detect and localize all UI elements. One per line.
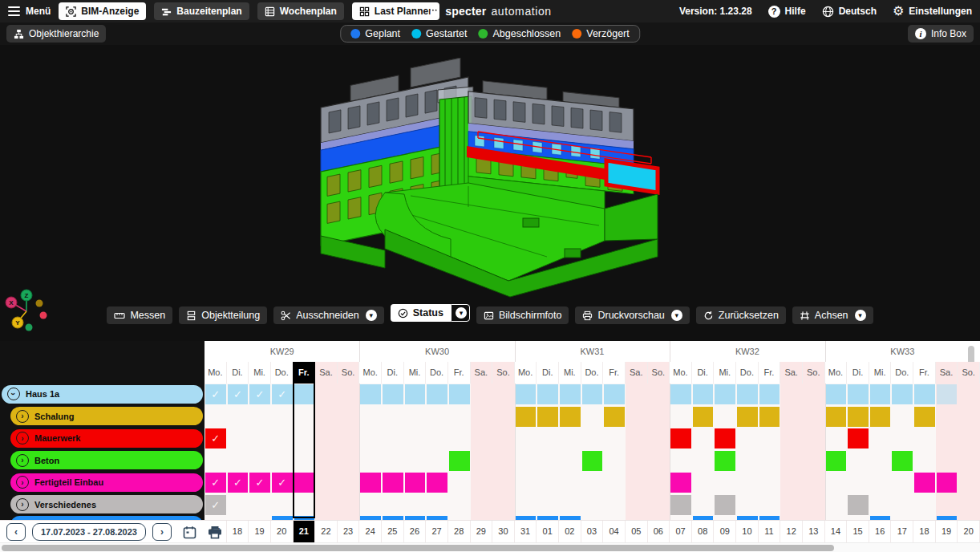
gantt-row-pill[interactable]: ›Fertigteil Einbau (10, 473, 203, 492)
messen-button[interactable]: Messen (107, 306, 172, 324)
prev-period-button[interactable]: ‹ (6, 523, 26, 541)
horizontal-scrollbar-thumb[interactable] (2, 545, 834, 551)
day-number[interactable]: 24 (359, 521, 382, 542)
expand-chevron-icon[interactable]: › (16, 410, 29, 423)
gantt-cell[interactable]: ✓ (249, 384, 270, 404)
expand-chevron-icon[interactable]: › (16, 476, 29, 489)
gantt-cell[interactable] (870, 407, 891, 427)
gantt-cell[interactable] (715, 495, 735, 515)
gantt-row-pill[interactable]: ›Mauerwerk (10, 429, 203, 448)
achsen-dropdown[interactable]: ▾ (855, 310, 866, 321)
gantt-cell[interactable] (383, 384, 403, 404)
gantt-cell[interactable] (937, 384, 958, 404)
gantt-cell[interactable] (737, 407, 758, 427)
gantt-cell[interactable] (449, 384, 470, 404)
gantt-cell[interactable] (826, 451, 847, 471)
3d-viewport[interactable]: Z X Y Messen Objektteilung Ausschn (0, 45, 980, 341)
gantt-cell[interactable] (427, 384, 447, 404)
tab-wochenplan[interactable]: Wochenplan (257, 2, 344, 20)
tab-last-planner[interactable]: Last Planner (352, 2, 439, 20)
gantt-cell[interactable] (892, 451, 913, 471)
gantt-cell[interactable] (516, 384, 537, 404)
settings-button[interactable]: ⚙ Einstellungen (893, 5, 972, 18)
day-number[interactable]: 18 (227, 521, 249, 542)
gantt-cell[interactable] (360, 384, 381, 404)
gantt-cell[interactable]: ✓ (228, 473, 249, 493)
day-number[interactable]: 14 (825, 521, 848, 542)
day-number[interactable]: 06 (648, 521, 670, 542)
gantt-cell[interactable] (715, 451, 735, 471)
object-hierarchy-button[interactable]: Objekthierarchie (6, 25, 106, 43)
gantt-cell[interactable] (848, 407, 869, 427)
day-number[interactable]: 26 (404, 521, 427, 542)
zuruecksetzen-button[interactable]: Zurücksetzen (696, 306, 786, 324)
gantt-cell[interactable]: ✓ (205, 495, 226, 515)
druckvorschau-dropdown[interactable]: ▾ (671, 310, 682, 321)
day-number[interactable]: 29 (471, 521, 493, 542)
gantt-cell[interactable] (604, 407, 625, 427)
gantt-cell[interactable]: ✓ (205, 473, 226, 493)
gantt-cell[interactable]: ✓ (205, 428, 226, 448)
gantt-cell[interactable] (604, 384, 625, 404)
day-number[interactable]: 31 (515, 521, 537, 542)
date-range-field[interactable]: 17.07.2023 - 27.08.2023 (32, 523, 146, 541)
gantt-cell[interactable] (826, 407, 847, 427)
day-number[interactable]: 07 (670, 521, 692, 542)
day-number[interactable]: 30 (492, 521, 515, 542)
gantt-cell[interactable] (670, 495, 691, 515)
gantt-cell[interactable] (405, 473, 426, 493)
expand-chevron-icon[interactable]: › (16, 498, 29, 511)
info-box-button[interactable]: i Info Box (908, 25, 974, 43)
gantt-cell[interactable] (715, 428, 735, 448)
building-model[interactable] (282, 58, 980, 298)
gantt-row-pill[interactable]: ›Schalung (10, 407, 203, 425)
print-button[interactable] (208, 526, 222, 539)
language-button[interactable]: Deutsch (822, 6, 877, 18)
gantt-cell[interactable] (937, 473, 958, 493)
gantt-cell[interactable] (759, 407, 780, 427)
menu-button[interactable]: Menü (8, 6, 51, 17)
next-period-button[interactable]: › (152, 523, 172, 541)
day-number[interactable]: 28 (448, 521, 471, 542)
gantt-cell[interactable] (360, 473, 381, 493)
day-number[interactable]: 23 (338, 521, 360, 542)
day-number[interactable]: 15 (847, 521, 869, 542)
gantt-cell[interactable]: ✓ (249, 473, 270, 493)
day-number[interactable]: 11 (759, 521, 781, 542)
day-number[interactable]: 01 (537, 521, 559, 542)
gantt-cell[interactable] (826, 384, 847, 404)
gantt-cell[interactable] (848, 495, 869, 515)
gantt-cell[interactable] (870, 384, 891, 404)
gantt-cell[interactable] (560, 407, 581, 427)
day-number[interactable]: 03 (581, 521, 604, 542)
bildschirmfoto-button[interactable]: Bildschirmfoto (476, 306, 569, 324)
day-number[interactable]: 27 (426, 521, 448, 542)
day-number[interactable]: 08 (692, 521, 715, 542)
gantt-cell[interactable] (670, 428, 691, 448)
gantt-cell[interactable] (560, 384, 581, 404)
status-dropdown[interactable]: ▾ (451, 304, 470, 322)
gantt-cell[interactable] (737, 384, 758, 404)
druckvorschau-button[interactable]: Druckvorschau ▾ (575, 306, 689, 324)
gantt-cell[interactable]: ✓ (272, 473, 293, 493)
horizontal-scrollbar[interactable] (0, 542, 980, 552)
gantt-cell[interactable] (670, 384, 691, 404)
day-number[interactable]: 25 (382, 521, 404, 542)
gantt-cell[interactable] (537, 407, 558, 427)
expand-chevron-icon[interactable]: › (16, 454, 29, 467)
objektteilung-button[interactable]: Objektteilung (179, 306, 267, 324)
gantt-row-pill[interactable]: ›Verschiedenes (10, 495, 203, 513)
day-number[interactable]: 05 (626, 521, 648, 542)
gantt-row-pill[interactable]: ›Haus 1a (2, 385, 203, 404)
ausschneiden-dropdown[interactable]: ▾ (366, 310, 377, 321)
day-number[interactable]: 19 (936, 521, 958, 542)
help-button[interactable]: ? Hilfe (768, 6, 806, 18)
gantt-cell[interactable] (693, 407, 714, 427)
gantt-cell[interactable] (693, 384, 714, 404)
gantt-cell[interactable] (405, 384, 426, 404)
day-number[interactable]: 09 (714, 521, 736, 542)
day-number[interactable]: 13 (803, 521, 825, 542)
day-number[interactable]: 12 (780, 521, 803, 542)
tab-bim-anzeige[interactable]: BIM-Anzeige (59, 2, 146, 20)
achsen-button[interactable]: Achsen ▾ (792, 306, 873, 324)
